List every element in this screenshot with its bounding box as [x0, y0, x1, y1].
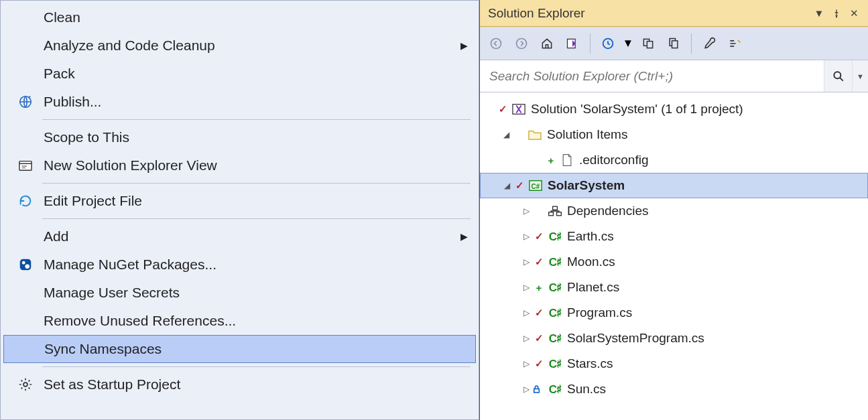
menu-new-view[interactable]: New Solution Explorer View — [3, 151, 476, 180]
pending-changes-filter-icon[interactable] — [597, 33, 619, 54]
status-check-icon: ✓ — [532, 358, 546, 370]
tree-file-label: Sun.cs — [564, 382, 606, 397]
tree-file-label: Program.cs — [564, 305, 632, 320]
menu-separator — [42, 119, 471, 120]
menu-label-new-view: New Solution Explorer View — [44, 157, 472, 173]
tree-project[interactable]: ◢ ✓ C# SolarSystem — [480, 173, 868, 198]
expander-closed-icon[interactable]: ▷ — [520, 384, 532, 394]
status-check-icon: ✓ — [513, 180, 526, 192]
expander-closed-icon[interactable]: ▷ — [520, 334, 532, 343]
tree-file-label: Stars.cs — [564, 356, 613, 371]
menu-remove-refs[interactable]: Remove Unused References... — [3, 307, 476, 335]
tree-solution-items[interactable]: ◢ Solution Items — [480, 122, 868, 147]
tree-file[interactable]: ▷C♯Sun.cs — [480, 376, 868, 402]
filter-dropdown-icon[interactable]: ▼ — [623, 33, 633, 54]
sync-icon[interactable] — [637, 33, 659, 54]
folder-icon — [525, 129, 544, 141]
show-all-files-icon[interactable] — [663, 33, 684, 54]
tree-editorconfig[interactable]: + .editorconfig — [480, 147, 868, 173]
switch-views-icon[interactable] — [562, 33, 583, 54]
solution-view-icon — [7, 159, 44, 172]
menu-label-publish: Publish... — [44, 94, 472, 110]
svg-rect-18 — [553, 206, 558, 210]
tree-file[interactable]: ▷✓C♯SolarSystemProgram.cs — [480, 326, 868, 351]
toolbar-separator — [691, 33, 692, 54]
menu-edit-project[interactable]: Edit Project File — [3, 187, 476, 215]
panel-title-bar: Solution Explorer ▼ ✕ — [480, 0, 868, 27]
expander-closed-icon[interactable]: ▷ — [520, 308, 532, 318]
back-icon[interactable] — [485, 33, 507, 54]
tree-file-label: Earth.cs — [564, 229, 614, 244]
tree-file[interactable]: ▷+C♯Planet.cs — [480, 275, 868, 300]
expander-closed-icon[interactable]: ▷ — [520, 359, 532, 368]
svg-rect-2 — [20, 259, 32, 271]
status-check-icon: ✓ — [532, 256, 546, 268]
expander-open-icon[interactable]: ◢ — [501, 181, 513, 190]
expander-closed-icon[interactable]: ▷ — [520, 257, 532, 267]
home-icon[interactable] — [536, 33, 558, 54]
svg-rect-11 — [647, 41, 652, 48]
csharp-file-icon: C♯ — [546, 306, 564, 320]
menu-scope[interactable]: Scope to This — [3, 123, 476, 151]
menu-clean[interactable]: Clean — [3, 3, 476, 31]
menu-label-startup: Set as Startup Project — [44, 376, 472, 393]
svg-rect-20 — [557, 212, 562, 216]
csharp-file-icon: C♯ — [546, 281, 564, 295]
search-icon[interactable] — [824, 60, 852, 92]
solution-explorer-panel: Solution Explorer ▼ ✕ ▼ — [479, 0, 868, 420]
svg-point-3 — [22, 261, 25, 265]
submenu-arrow-icon: ▶ — [456, 231, 472, 242]
tree-file-label: Planet.cs — [564, 280, 619, 295]
menu-label-nuget: Manage NuGet Packages... — [44, 257, 472, 273]
close-icon[interactable]: ✕ — [845, 5, 863, 22]
dropdown-icon[interactable]: ▼ — [810, 5, 828, 22]
status-lock-icon — [532, 384, 546, 394]
svg-point-6 — [491, 38, 501, 48]
svg-text:C#: C# — [532, 183, 540, 190]
toolbar-separator — [590, 33, 591, 54]
tree-solution[interactable]: ✓ Solution 'SolarSystem' (1 of 1 project… — [480, 96, 868, 122]
menu-analyze[interactable]: Analyze and Code Cleanup ▶ — [3, 31, 476, 60]
menu-pack[interactable]: Pack — [3, 60, 476, 88]
tree-file[interactable]: ▷✓C♯Stars.cs — [480, 351, 868, 376]
tree-solution-label: Solution 'SolarSystem' (1 of 1 project) — [528, 102, 743, 117]
forward-icon[interactable] — [511, 33, 532, 54]
menu-label-clean: Clean — [44, 9, 472, 25]
tree-dependencies[interactable]: ▷ Dependencies — [480, 198, 868, 224]
menu-startup[interactable]: Set as Startup Project — [3, 370, 476, 399]
preview-icon[interactable] — [724, 33, 745, 54]
expander-open-icon[interactable]: ◢ — [500, 130, 512, 139]
menu-label-remove-refs: Remove Unused References... — [44, 313, 472, 329]
expander-closed-icon[interactable]: ▷ — [520, 206, 532, 216]
svg-point-4 — [25, 264, 29, 269]
search-dropdown-icon[interactable]: ▼ — [852, 60, 868, 92]
svg-point-5 — [23, 382, 27, 387]
search-bar: ▼ — [480, 60, 868, 92]
menu-add[interactable]: Add ▶ — [3, 222, 476, 251]
csharp-file-icon: C♯ — [546, 382, 564, 397]
pin-icon[interactable] — [828, 5, 845, 22]
tree-file-label: Moon.cs — [564, 255, 615, 269]
properties-icon[interactable] — [698, 33, 720, 54]
tree-file[interactable]: ▷✓C♯Program.cs — [480, 300, 868, 326]
gear-icon — [7, 377, 44, 392]
svg-point-7 — [517, 38, 527, 48]
tree-file[interactable]: ▷✓C♯Moon.cs — [480, 249, 868, 275]
dependencies-icon — [546, 205, 564, 217]
csharp-file-icon: C♯ — [546, 357, 564, 371]
menu-nuget[interactable]: Manage NuGet Packages... — [3, 251, 476, 279]
menu-publish[interactable]: Publish... — [3, 88, 476, 116]
expander-closed-icon[interactable]: ▷ — [520, 232, 532, 241]
tree-file[interactable]: ▷✓C♯Earth.cs — [480, 224, 868, 249]
menu-sync-namespaces[interactable]: Sync Namespaces — [3, 335, 476, 363]
menu-secrets[interactable]: Manage User Secrets — [3, 279, 476, 307]
expander-closed-icon[interactable]: ▷ — [520, 283, 532, 292]
csproj-icon: C# — [526, 179, 545, 192]
file-icon — [558, 153, 576, 167]
globe-icon — [7, 94, 44, 109]
status-check-icon: ✓ — [496, 103, 509, 115]
svg-rect-13 — [672, 40, 678, 48]
reload-icon — [7, 194, 44, 208]
menu-label-edit-project: Edit Project File — [44, 193, 472, 209]
search-input[interactable] — [480, 60, 824, 92]
